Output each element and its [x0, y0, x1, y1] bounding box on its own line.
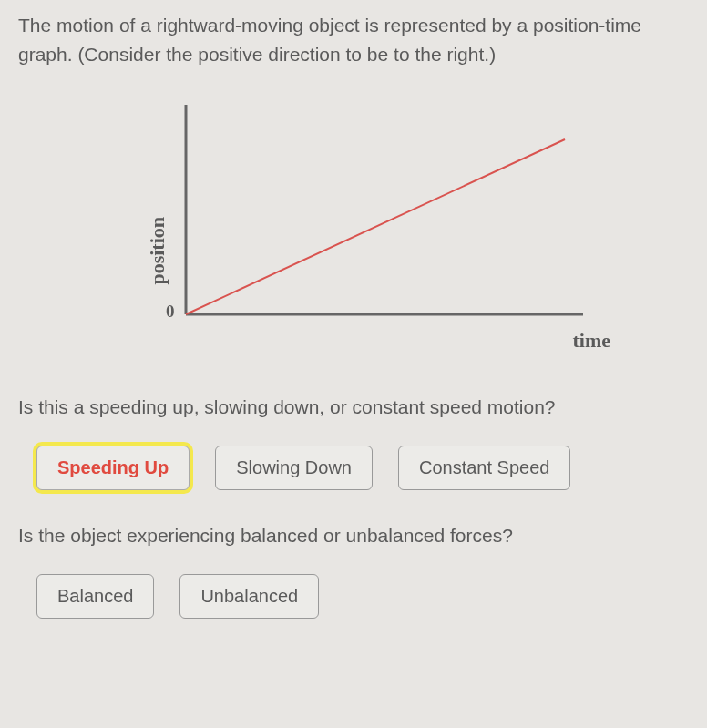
question1-options: Speeding Up Slowing Down Constant Speed: [18, 446, 689, 490]
chart-container: position 0 time: [146, 105, 689, 342]
position-time-chart: [182, 105, 583, 342]
x-axis-label: time: [572, 329, 610, 353]
unbalanced-button[interactable]: Unbalanced: [179, 574, 319, 619]
chart-area: 0 time: [182, 105, 583, 342]
constant-speed-button[interactable]: Constant Speed: [398, 446, 570, 490]
question2-options: Balanced Unbalanced: [18, 574, 689, 619]
svg-line-2: [186, 139, 565, 314]
prompt-text: The motion of a rightward-moving object …: [18, 11, 689, 68]
origin-label: 0: [166, 302, 175, 322]
question2-text: Is the object experiencing balanced or u…: [18, 525, 689, 547]
balanced-button[interactable]: Balanced: [36, 574, 154, 619]
speeding-up-button[interactable]: Speeding Up: [36, 446, 190, 490]
question1-text: Is this a speeding up, slowing down, or …: [18, 396, 689, 418]
slowing-down-button[interactable]: Slowing Down: [215, 446, 373, 490]
y-axis-label: position: [146, 162, 169, 285]
